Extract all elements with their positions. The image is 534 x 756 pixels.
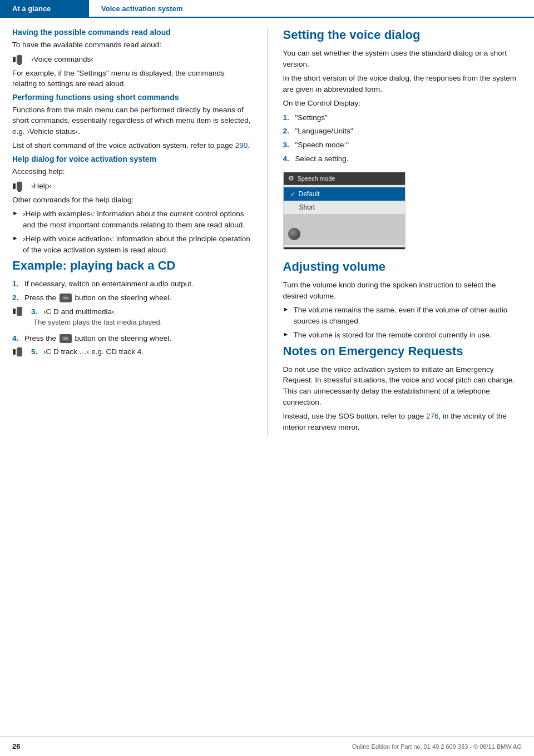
emergency-pre: Instead, use the SOS button, refer to pa…: [283, 412, 426, 420]
section-adjusting-volume: Adjusting volume Turn the volume knob du…: [283, 260, 522, 341]
help-bullet-2: ► ›Help with voice activation‹: informat…: [12, 233, 251, 255]
cd-step-1-text: If necessary, switch on entertainment au…: [24, 278, 194, 290]
speech-mode-body: ✓ Default Short: [284, 185, 405, 247]
bullet-triangle-1: ►: [12, 209, 18, 218]
voice-icon-help: [12, 181, 28, 192]
cd-step-1-num: 1.: [12, 278, 24, 290]
step-1-text: "Settings": [295, 112, 328, 123]
svg-rect-11: [13, 349, 16, 355]
step-2-num: 2.: [283, 126, 295, 137]
emergency-body1: Do not use the voice activation system t…: [283, 364, 522, 407]
speech-mode-title-bar: ⚙ Speech mode: [284, 172, 405, 185]
cd-step-3-num: 3.: [31, 306, 43, 317]
vol-triangle-1: ►: [283, 305, 289, 314]
short-commands-body2: List of short command of the voice activ…: [12, 140, 251, 151]
speech-mode-title: Speech mode: [298, 175, 335, 182]
volume-bullet-2: ► The volume is stored for the remote co…: [283, 330, 522, 341]
speech-mode-short: Short: [284, 201, 405, 214]
voice-dialog-step-3: 3. "Speech mode:": [283, 140, 522, 151]
volume-knob: [288, 228, 300, 240]
tab-right-label: Voice activation system: [101, 4, 182, 13]
voice-icon: [12, 54, 28, 65]
tab-left-label: At a glance: [12, 4, 51, 13]
step-4-num: 4.: [283, 153, 295, 165]
short-commands-body1: Functions from the main menu can be perf…: [12, 105, 251, 137]
help-bullet-1: ► ›Help with examples‹: information abou…: [12, 208, 251, 230]
heading-voice-dialog: Setting the voice dialog: [283, 28, 522, 42]
cd-example-steps: 1. If necessary, switch on entertainment…: [12, 278, 251, 357]
voice-dialog-step-2: 2. "Language/Units": [283, 126, 522, 137]
voice-dialog-step-1: 1. "Settings": [283, 112, 522, 123]
section-emergency-requests: Notes on Emergency Requests Do not use t…: [283, 344, 522, 432]
section-having-commands: Having the possible commands read aloud …: [12, 28, 251, 89]
column-divider: [267, 28, 268, 436]
voice-dialog-body2: In the short version of the voice dialog…: [283, 73, 522, 94]
voice-dialog-step-4: 4. Select a setting.: [283, 153, 522, 165]
heading-adjusting-volume: Adjusting volume: [283, 260, 522, 274]
section-cd-example: Example: playing back a CD 1. If necessa…: [12, 258, 251, 357]
cd-step-3: 3. ›C D and multimedia‹ The system plays…: [12, 306, 251, 330]
cd-step-3-voice: ›C D and multimedia‹: [43, 306, 115, 317]
svg-rect-0: [13, 57, 16, 62]
heading-short-commands: Performing functions using short command…: [12, 93, 251, 102]
cd-step-5: 5. ›C D track …‹ e.g. CD track 4.: [12, 346, 251, 357]
having-commands-intro: To have the available commands read alou…: [12, 39, 251, 51]
header-bar: At a glance Voice activation system: [0, 0, 534, 18]
volume-bullets: ► The volume remains the same, even if t…: [283, 305, 522, 341]
svg-rect-10: [63, 337, 68, 340]
voice-icon-step3: [12, 306, 28, 317]
svg-rect-3: [13, 183, 16, 189]
help-dialog-bullets: ► ›Help with examples‹: information abou…: [12, 208, 251, 255]
checkmark-icon: ✓: [290, 191, 295, 198]
voice-icon-step5: [12, 346, 28, 357]
cd-step-1: 1. If necessary, switch on entertainment…: [12, 278, 251, 290]
svg-rect-4: [18, 191, 21, 192]
short-commands-post: .: [248, 141, 250, 150]
cd-step-2-num: 2.: [12, 292, 24, 304]
heading-having-commands: Having the possible commands read aloud: [12, 28, 251, 37]
cd-step-4-text: Press the button on the steering wheel.: [24, 333, 171, 344]
voice-cmd-help: ›Help‹: [12, 181, 251, 192]
short-commands-link[interactable]: 290: [235, 141, 248, 150]
speech-mode-default: ✓ Default: [284, 187, 405, 201]
speech-mode-screenshot: ⚙ Speech mode ✓ Default Short: [283, 172, 406, 250]
volume-bullet-2-text: The volume is stored for the remote cont…: [293, 330, 491, 341]
help-dialog-intro: Accessing help:: [12, 166, 251, 177]
voice-dialog-body1: You can set whether the system uses the …: [283, 48, 522, 69]
section-voice-dialog: Setting the voice dialog You can set whe…: [283, 28, 522, 250]
footer: 26 Online Edition for Part no. 01 40 2 6…: [0, 736, 534, 756]
header-tab-left: At a glance: [0, 0, 89, 17]
svg-rect-8: [13, 309, 16, 314]
voice-cmd-text-1: ›Voice commands‹: [31, 55, 93, 63]
help-dialog-intro2: Other commands for the help dialog:: [12, 195, 251, 206]
header-tab-right: Voice activation system: [89, 0, 195, 17]
left-column: Having the possible commands read aloud …: [12, 28, 251, 436]
volume-bullet-1: ► The volume remains the same, even if t…: [283, 305, 522, 326]
gear-icon: ⚙: [288, 175, 294, 182]
cd-step-3-sub: The system plays the last media played.: [33, 317, 162, 327]
heading-emergency-requests: Notes on Emergency Requests: [283, 344, 522, 359]
page-number: 26: [12, 742, 20, 750]
svg-rect-7: [63, 297, 68, 299]
content-wrapper: Having the possible commands read aloud …: [0, 18, 534, 458]
emergency-link[interactable]: 276: [426, 412, 439, 420]
cd-step-5-voice: ›C D track …‹ e.g. CD track 4.: [43, 346, 144, 357]
svg-rect-1: [18, 64, 21, 65]
step-1-num: 1.: [283, 112, 295, 123]
voice-dialog-steps: 1. "Settings" 2. "Language/Units" 3. "Sp…: [283, 112, 522, 164]
step-3-num: 3.: [283, 140, 295, 151]
help-bullet-1-text: ›Help with examples‹: information about …: [23, 208, 251, 230]
speech-mode-short-label: Short: [290, 203, 315, 211]
steering-wheel-btn-4: [60, 334, 72, 343]
voice-cmd-voice-commands: ›Voice commands‹: [12, 54, 251, 65]
section-short-commands: Performing functions using short command…: [12, 93, 251, 151]
heading-help-dialog: Help dialog for voice activation system: [12, 155, 251, 163]
cd-step-4-num: 4.: [12, 333, 24, 344]
cd-step-2-text: Press the button on the steering wheel.: [24, 292, 171, 304]
right-column: Setting the voice dialog You can set whe…: [283, 28, 522, 436]
step-2-text: "Language/Units": [295, 126, 353, 137]
section-help-dialog: Help dialog for voice activation system …: [12, 155, 251, 255]
step-3-text: "Speech mode:": [295, 140, 349, 151]
footer-copyright: Online Edition for Part no. 01 40 2 609 …: [352, 743, 522, 750]
bullet-triangle-2: ►: [12, 234, 18, 243]
